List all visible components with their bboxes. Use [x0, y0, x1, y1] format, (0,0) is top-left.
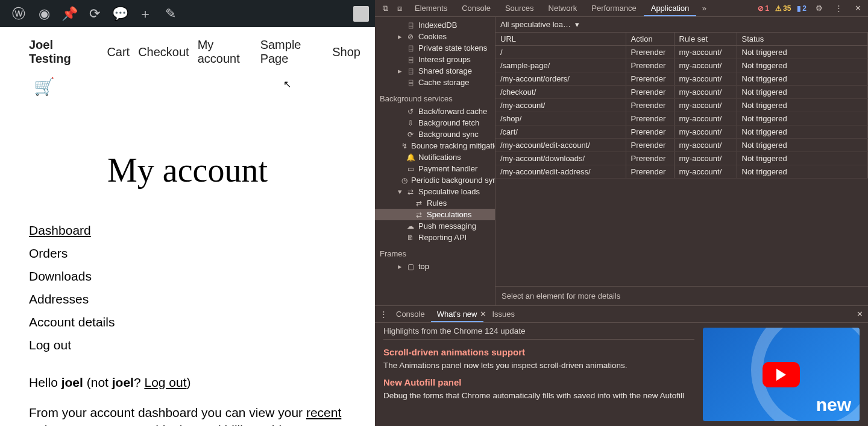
tree-heading: Frames — [375, 243, 495, 261]
section2-body: Debug the forms that Chrome automaticall… — [383, 391, 694, 400]
tree-item[interactable]: ▸⊘Cookies — [375, 31, 495, 42]
kebab-menu-icon[interactable]: ⋮ — [832, 4, 845, 13]
col-status[interactable]: Status — [737, 33, 868, 46]
tree-item[interactable]: ⇩Background fetch — [375, 117, 495, 129]
table-row[interactable]: /sample-page/Prerendermy-account/Not tri… — [495, 59, 868, 72]
tree-item[interactable]: ⇄Speculations — [375, 209, 495, 220]
application-tree[interactable]: ⌸IndexedDB▸⊘Cookies⌸Private state tokens… — [375, 17, 495, 305]
col-url[interactable]: URL — [495, 33, 626, 46]
speculations-table[interactable]: URL Action Rule set Status /Prerendermy-… — [495, 33, 868, 286]
account-menu-item[interactable]: Dashboard — [29, 223, 346, 238]
warning-badge[interactable]: ⚠ 35 — [775, 4, 791, 13]
detail-placeholder: Select an element for more details — [495, 286, 868, 305]
table-row[interactable]: /my-account/orders/Prerendermy-account/N… — [495, 72, 868, 86]
tree-item[interactable]: ⌸Interest groups — [375, 54, 495, 65]
tree-item[interactable]: ↺Back/forward cache — [375, 106, 495, 117]
tab-sources[interactable]: Sources — [498, 1, 541, 15]
comments-icon[interactable]: 💬 — [107, 0, 133, 27]
nav-my-account[interactable]: My account — [198, 38, 252, 66]
table-row[interactable]: /my-account/Prerendermy-account/Not trig… — [495, 99, 868, 112]
settings-icon[interactable]: ⚙ — [813, 4, 826, 13]
drawer-menu-icon[interactable]: ⋮ — [380, 310, 388, 319]
tree-item[interactable]: 🗎Reporting API — [375, 232, 495, 243]
devtools-drawer: ⋮ ConsoleWhat's new✕Issues ✕ Highlights … — [375, 305, 868, 426]
drawer-tab-console[interactable]: Console — [390, 307, 431, 321]
edit-icon[interactable]: ✎ — [158, 0, 183, 27]
table-row[interactable]: /my-account/edit-address/Prerendermy-acc… — [495, 165, 868, 179]
filter-dropdown[interactable]: All speculative loa… ▾ — [500, 20, 579, 29]
wp-admin-bar: ⓦ ◉ 📌 ⟳ 💬 ＋ ✎ — [0, 0, 375, 27]
dashboard-blurb: From your account dashboard you can view… — [29, 404, 346, 426]
col-ruleset[interactable]: Rule set — [674, 33, 737, 46]
nav-shop[interactable]: Shop — [332, 45, 360, 59]
tree-item[interactable]: ⟳Background sync — [375, 129, 495, 140]
info-badge[interactable]: ▮ 2 — [797, 4, 807, 13]
tree-item[interactable]: ▸▢top — [375, 261, 495, 272]
table-row[interactable]: /checkout/Prerendermy-account/Not trigge… — [495, 86, 868, 99]
devtools: ⧉ ⧈ ElementsConsoleSourcesNetworkPerform… — [375, 0, 868, 426]
site-nav: Joel Testing Cart Checkout My account Sa… — [0, 27, 375, 66]
tab-console[interactable]: Console — [454, 1, 498, 15]
logout-link[interactable]: Log out — [144, 375, 186, 389]
tree-item[interactable]: ⌸IndexedDB — [375, 19, 495, 31]
tree-item[interactable]: ▾⇄Speculative loads — [375, 186, 495, 197]
table-row[interactable]: /Prerendermy-account/Not triggered — [495, 46, 868, 59]
account-body: Hello joel (not joel? Log out) From your… — [29, 374, 346, 426]
avatar[interactable] — [353, 6, 369, 22]
nav-checkout[interactable]: Checkout — [138, 45, 189, 59]
nav-sample-page[interactable]: Sample Page — [260, 38, 324, 66]
page-main: My account DashboardOrdersDownloadsAddre… — [0, 109, 375, 426]
tab-network[interactable]: Network — [541, 1, 585, 15]
close-drawer-icon[interactable]: ✕ — [857, 310, 863, 319]
cart-icon[interactable]: 🛒 — [34, 77, 55, 96]
section1-body: The Animations panel now lets you inspec… — [383, 361, 694, 370]
speculations-toolbar: All speculative loa… ▾ — [495, 17, 868, 33]
account-menu-item[interactable]: Downloads — [29, 269, 346, 284]
tree-item[interactable]: ↯Bounce tracking mitigation — [375, 140, 495, 151]
dashboard-icon[interactable]: ◉ — [31, 0, 57, 27]
tree-item[interactable]: ▭Payment handler — [375, 163, 495, 174]
account-menu: DashboardOrdersDownloadsAddressesAccount… — [29, 223, 346, 352]
wp-logo-icon[interactable]: ⓦ — [6, 0, 31, 27]
play-icon[interactable] — [763, 362, 800, 387]
drawer-tab-what-s-new[interactable]: What's new — [431, 307, 483, 322]
table-row[interactable]: /my-account/edit-account/Prerendermy-acc… — [495, 139, 868, 152]
section2-title: New Autofill panel — [383, 377, 694, 387]
account-menu-item[interactable]: Account details — [29, 315, 346, 329]
page-title: My account — [29, 151, 346, 189]
nav-cart[interactable]: Cart — [107, 45, 130, 59]
table-row[interactable]: /my-account/downloads/Prerendermy-accoun… — [495, 152, 868, 165]
highlights-line: Highlights from the Chrome 124 update — [383, 326, 694, 340]
tree-item[interactable]: ⌸Private state tokens — [375, 42, 495, 54]
table-row[interactable]: /shop/Prerendermy-account/Not triggered — [495, 112, 868, 126]
add-new-icon[interactable]: ＋ — [133, 0, 158, 27]
tab-application[interactable]: Application — [644, 1, 697, 16]
error-badge[interactable]: ⊘ 1 — [758, 4, 769, 13]
refresh-icon[interactable]: ⟳ — [82, 0, 107, 27]
close-devtools-icon[interactable]: ✕ — [851, 4, 864, 13]
whatsnew-video[interactable]: new — [703, 328, 860, 421]
tree-item[interactable]: ⌸Cache storage — [375, 77, 495, 88]
col-action[interactable]: Action — [626, 33, 674, 46]
close-tab-icon[interactable]: ✕ — [480, 310, 486, 319]
account-menu-item[interactable]: Orders — [29, 246, 346, 261]
addresses-link[interactable]: shipping and billing addresses — [149, 423, 319, 426]
tab-elements[interactable]: Elements — [407, 1, 454, 15]
table-row[interactable]: /cart/Prerendermy-account/Not triggered — [495, 126, 868, 139]
account-menu-item[interactable]: Addresses — [29, 292, 346, 307]
inspect-icon[interactable]: ⧉ — [379, 4, 392, 13]
tree-item[interactable]: 🔔Notifications — [375, 151, 495, 163]
tree-item[interactable]: ⇄Rules — [375, 197, 495, 209]
pin-icon[interactable]: 📌 — [57, 0, 82, 27]
account-menu-item[interactable]: Log out — [29, 338, 346, 352]
more-tabs-icon[interactable]: » — [697, 4, 711, 13]
site-title[interactable]: Joel Testing — [29, 38, 90, 66]
tree-item[interactable]: ▸⌸Shared storage — [375, 65, 495, 77]
tree-item[interactable]: ☁Push messaging — [375, 220, 495, 232]
section1-title: Scroll-driven animations support — [383, 347, 694, 357]
drawer-tab-issues[interactable]: Issues — [486, 307, 521, 321]
tree-item[interactable]: ◷Periodic background sync — [375, 174, 495, 186]
greeting-line: Hello joel (not joel? Log out) — [29, 374, 346, 391]
device-toggle-icon[interactable]: ⧈ — [393, 4, 406, 13]
tab-performance[interactable]: Performance — [584, 1, 643, 15]
